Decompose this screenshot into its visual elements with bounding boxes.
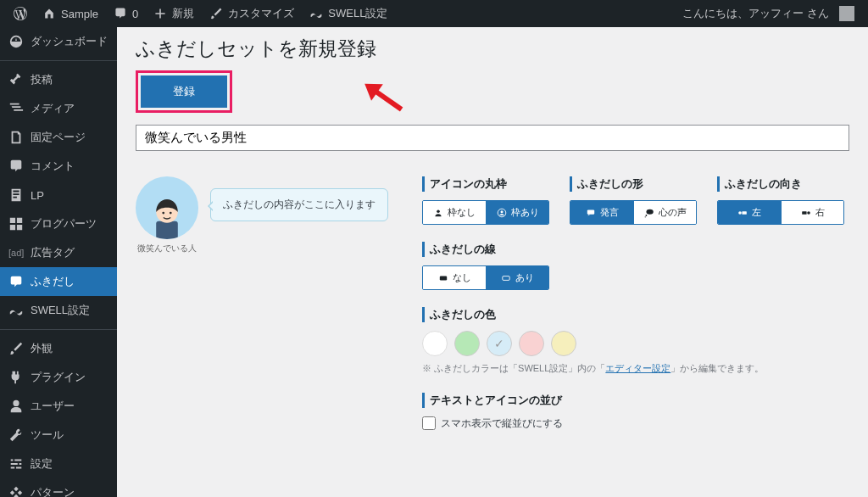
opt-border-yes[interactable]: あり [486,266,549,289]
comment-icon [8,159,24,174]
swell-link[interactable]: SWELL設定 [303,0,394,27]
checkbox-label: スマホ表示で縦並びにする [441,416,563,431]
svg-point-10 [645,215,647,216]
site-link[interactable]: Sample [36,0,105,27]
sidebar-item-appearance[interactable]: 外観 [0,334,117,363]
opt-shape-speak[interactable]: 発言 [570,201,633,224]
comment-icon [114,7,127,20]
opt-shape-think[interactable]: 心の声 [633,201,697,224]
sidebar-item-label: プラグイン [31,370,86,385]
swell-icon [309,7,323,20]
sidebar-item-tools[interactable]: ツール [0,421,117,450]
avatar-caption: 微笑んでいる人 [136,243,198,254]
color-swatch-red[interactable] [519,331,544,356]
balloon-title-input[interactable] [136,125,849,151]
svg-rect-13 [743,211,747,215]
register-button[interactable]: 登録 [141,75,227,108]
direction-toggle: 左 右 [717,200,844,225]
thought-icon [643,208,655,218]
opt-frame-yes[interactable]: 枠あり [486,201,549,224]
opt-frame-none[interactable]: 枠なし [423,201,486,224]
swell-icon [8,303,24,318]
sidebar-item-label: 設定 [31,456,53,472]
svg-rect-1 [156,221,178,239]
svg-rect-14 [802,211,806,215]
color-swatch-blue[interactable] [487,331,512,356]
sidebar-item-swell[interactable]: SWELL設定 [0,296,117,325]
brush-icon [209,7,223,20]
customize-link[interactable]: カスタマイズ [203,0,301,27]
sidebar-item-blogparts[interactable]: ブログパーツ [0,209,117,238]
sidebar-item-media[interactable]: メディア [0,94,117,123]
sidebar-item-label: ブログパーツ [31,216,97,232]
admin-sidebar: ダッシュボード 投稿 メディア 固定ページ コメント LP ブログパーツ [ad… [0,27,117,497]
vertical-on-mobile-row[interactable]: スマホ表示で縦並びにする [422,416,849,431]
setting-label-border: ふきだしの線 [422,242,549,257]
opt-dir-right[interactable]: 右 [781,201,844,224]
sidebar-item-label: ダッシュボード [31,34,108,49]
greeting: こんにちは、アッフィー さん [682,6,829,21]
new-label: 新規 [172,6,194,21]
noborder-icon [437,273,449,283]
balloon-preview: 微笑んでいる人 ふきだしの内容がここに入ります [136,176,388,254]
plug-icon [8,370,24,385]
svg-rect-17 [503,276,509,280]
svg-point-5 [437,209,440,213]
opt-border-none[interactable]: なし [423,266,486,289]
sidebar-item-lp[interactable]: LP [0,181,117,209]
sidebar-item-users[interactable]: ユーザー [0,392,117,421]
page-title: ふきだしセットを新規登録 [136,36,849,62]
sidebar-item-label: メディア [31,101,75,116]
sidebar-item-label: SWELL設定 [31,303,90,318]
account-link[interactable]: こんにちは、アッフィー さん [676,0,861,27]
sidebar-item-label: ツール [31,427,64,443]
person-illustration [140,185,194,239]
sidebar-item-pages[interactable]: 固定ページ [0,123,117,152]
color-swatch-white[interactable] [422,331,448,356]
customize-label: カスタマイズ [228,6,294,21]
wrench-icon [8,427,24,443]
wp-logo[interactable] [7,0,34,27]
sidebar-item-dashboard[interactable]: ダッシュボード [0,27,117,56]
sidebar-item-comments[interactable]: コメント [0,152,117,181]
setting-label-align: テキストとアイコンの並び [422,393,849,408]
avatar-image[interactable] [136,176,198,239]
svg-rect-16 [440,276,447,280]
sidebar-item-label: ユーザー [31,399,75,414]
border-icon [500,273,512,283]
site-name: Sample [61,8,98,20]
new-link[interactable]: 新規 [147,0,201,27]
user-icon [8,399,24,414]
sidebar-item-patterns[interactable]: パターン [0,478,117,497]
sidebar-item-fukidashi[interactable]: ふきだし [0,267,117,296]
svg-point-15 [807,211,810,215]
setting-label-shape: ふきだしの形 [570,176,697,192]
wordpress-icon [14,7,27,20]
sidebar-item-posts[interactable]: 投稿 [0,65,117,94]
setting-label-direction: ふきだしの向き [717,176,844,192]
iconframe-toggle: 枠なし 枠あり [422,200,549,225]
sidebar-item-label: パターン [31,485,75,497]
svg-point-3 [162,212,164,215]
editor-settings-link[interactable]: エディター設定 [605,363,670,373]
color-swatch-yellow[interactable] [551,331,576,356]
svg-point-9 [646,209,653,214]
doc-icon [8,187,24,203]
sidebar-item-label: ふきだし [31,274,75,289]
sidebar-item-label: 固定ページ [31,130,86,145]
register-highlight: 登録 [136,70,232,113]
comments-link[interactable]: 0 [107,0,145,27]
color-note: ※ ふきだしカラーは「SWELL設定」内の「エディター設定」から編集できます。 [422,361,849,376]
sliders-icon [8,456,24,472]
opt-dir-left[interactable]: 左 [718,201,781,224]
sidebar-item-adtag[interactable]: [ad]広告タグ [0,238,117,267]
vertical-on-mobile-checkbox[interactable] [422,416,436,430]
sidebar-item-label: 投稿 [31,72,53,87]
swell-label: SWELL設定 [328,6,387,21]
svg-point-7 [500,210,503,213]
sidebar-item-plugins[interactable]: プラグイン [0,363,117,392]
sidebar-item-settings[interactable]: 設定 [0,450,117,478]
ad-icon: [ad] [8,248,24,258]
color-swatch-green[interactable] [454,331,480,356]
dir-left-icon [737,208,748,218]
